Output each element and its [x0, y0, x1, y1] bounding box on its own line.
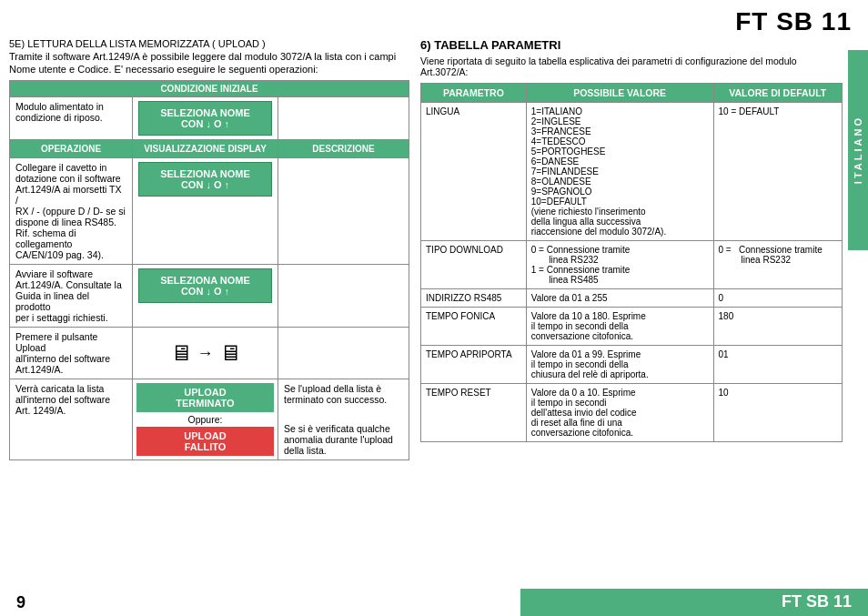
monitor2-icon: 🖥 [219, 340, 241, 366]
param-tempo-fonica: TEMPO FONICA [421, 308, 527, 346]
table-row: Verrà caricata la listaall'interno del s… [10, 379, 409, 460]
row1-op: Modulo alimentato incondizione di riposo… [10, 97, 133, 140]
left-title-line2: Tramite il software Art.1249/A è possibi… [9, 51, 409, 62]
monitor-icon: 🖥 [170, 340, 192, 366]
param-tipo-download: TIPO DOWNLOAD [421, 241, 527, 289]
default-lingua: 10 = DEFAULT [713, 103, 842, 241]
cond-header-row: CONDIZIONE INIZIALE [10, 81, 409, 97]
default-indirizzo: 0 [713, 289, 842, 308]
right-section-subtitle: Viene riportata di seguito la tabella es… [420, 56, 843, 77]
oppure-text: Oppure: [136, 414, 274, 425]
side-tab-label: ITALIANO [853, 116, 863, 184]
row1-vis: SELEZIONA NOME CON ↓ O ↑ [133, 97, 278, 140]
left-section-title: 5E) LETTURA DELLA LISTA MEMORIZZATA ( UP… [9, 38, 409, 75]
row3-op: Avviare il softwareArt.1249/A. Consultat… [10, 265, 133, 328]
col-value-header: POSSIBILE VALORE [526, 84, 713, 103]
right-col-header-row: PARAMETRO POSSIBILE VALORE VALORE DI DEF… [421, 84, 843, 103]
value-tempo-fonica: Valore da 10 a 180. Esprimeil tempo in s… [526, 308, 713, 346]
op-header: OPERAZIONE [10, 140, 133, 158]
right-table: PARAMETRO POSSIBILE VALORE VALORE DI DEF… [420, 83, 843, 442]
row4-vis: 🖥 → 🖥 [133, 328, 278, 379]
row3-green-box: SELEZIONA NOME CON ↓ O ↑ [138, 268, 272, 303]
value-tempo-reset: Valore da 0 a 10. Esprimeil tempo in sec… [526, 384, 713, 442]
value-lingua: 1=ITALIANO2=INGLESE3=FRANCESE4=TEDESCO5=… [526, 103, 713, 241]
param-indirizzo: INDIRIZZO RS485 [421, 289, 527, 308]
vis-header: VISUALIZZAZIONE DISPLAY [133, 140, 278, 158]
default-tipo-download: 0 = Connessione tramite linea RS232 [713, 241, 842, 289]
footer-page-number: 9 [0, 593, 25, 612]
param-lingua: LINGUA [421, 103, 527, 241]
left-table: CONDIZIONE INIZIALE Modulo alimentato in… [9, 80, 409, 460]
right-section-title: 6) TABELLA PARAMETRI [420, 38, 843, 52]
desc-header: DESCRIZIONE [278, 140, 409, 158]
left-column: 5E) LETTURA DELLA LISTA MEMORIZZATA ( UP… [9, 38, 409, 587]
arrow-area: 🖥 → 🖥 [138, 331, 272, 375]
col-default-header: VALORE DI DEFAULT [713, 84, 842, 103]
page-footer: 9 FT SB 11 [0, 589, 868, 616]
row2-desc [278, 158, 409, 265]
table-row: TEMPO RESET Valore da 0 a 10. Esprimeil … [421, 384, 843, 442]
footer-title: FT SB 11 [782, 592, 852, 611]
row2-vis: SELEZIONA NOME CON ↓ O ↑ [133, 158, 278, 265]
row1-desc [278, 97, 409, 140]
value-indirizzo: Valore da 01 a 255 [526, 289, 713, 308]
right-column: 6) TABELLA PARAMETRI Viene riportata di … [420, 38, 843, 587]
default-tempo-apriporta: 01 [713, 346, 842, 384]
default-tempo-reset: 10 [713, 384, 842, 442]
table-row: TIPO DOWNLOAD 0 = Connessione tramite li… [421, 241, 843, 289]
param-tempo-apriporta: TEMPO APRIPORTA [421, 346, 527, 384]
upload-terminato-box: UPLOADTERMINATO [136, 383, 274, 412]
header-title: FT SB 11 [735, 7, 852, 35]
row3-desc [278, 265, 409, 328]
row1-green-box: SELEZIONA NOME CON ↓ O ↑ [138, 101, 272, 136]
row3-vis: SELEZIONA NOME CON ↓ O ↑ [133, 265, 278, 328]
table-row: INDIRIZZO RS485 Valore da 01 a 255 0 [421, 289, 843, 308]
table-row: TEMPO APRIPORTA Valore da 01 a 99. Espri… [421, 346, 843, 384]
table-row: Collegare il cavetto indotazione con il … [10, 158, 409, 265]
row5-desc1: Se l'upload della lista è terminato con … [284, 383, 403, 405]
row5-op: Verrà caricata la listaall'interno del s… [10, 379, 133, 460]
param-tempo-reset: TEMPO RESET [421, 384, 527, 442]
row4-op: Premere il pulsante Uploadall'interno de… [10, 328, 133, 379]
upload-fallito-box: UPLOADFALLITO [136, 427, 274, 456]
row2-green-box: SELEZIONA NOME CON ↓ O ↑ [138, 162, 272, 197]
left-title-line1: 5E) LETTURA DELLA LISTA MEMORIZZATA ( UP… [9, 38, 409, 49]
value-tipo-download: 0 = Connessione tramite linea RS2321 = C… [526, 241, 713, 289]
table-row: Premere il pulsante Uploadall'interno de… [10, 328, 409, 379]
row4-desc [278, 328, 409, 379]
default-tempo-fonica: 180 [713, 308, 842, 346]
arrow-icon: → [197, 344, 214, 363]
main-content: 5E) LETTURA DELLA LISTA MEMORIZZATA ( UP… [9, 38, 843, 587]
italiano-side-tab: ITALIANO [848, 50, 868, 250]
table-row: Modulo alimentato incondizione di riposo… [10, 97, 409, 140]
row2-op: Collegare il cavetto indotazione con il … [10, 158, 133, 265]
footer-left: 9 [0, 589, 520, 616]
page-header: FT SB 11 [735, 0, 868, 40]
table-row: LINGUA 1=ITALIANO2=INGLESE3=FRANCESE4=TE… [421, 103, 843, 241]
left-title-line3: Nome utente e Codice. E' necessario eseg… [9, 64, 409, 75]
row5-vis: UPLOADTERMINATO Oppure: UPLOADFALLITO [133, 379, 278, 460]
table-row: Avviare il softwareArt.1249/A. Consultat… [10, 265, 409, 328]
col-param-header: PARAMETRO [421, 84, 527, 103]
value-tempo-apriporta: Valore da 01 a 99. Esprimeil tempo in se… [526, 346, 713, 384]
cond-header-label: CONDIZIONE INIZIALE [10, 81, 409, 97]
row5-desc2: Se si è verificata qualche anomalia dura… [284, 423, 403, 456]
col-header-row: OPERAZIONE VISUALIZZAZIONE DISPLAY DESCR… [10, 140, 409, 158]
row5-desc: Se l'upload della lista è terminato con … [278, 379, 409, 460]
table-row: TEMPO FONICA Valore da 10 a 180. Esprime… [421, 308, 843, 346]
